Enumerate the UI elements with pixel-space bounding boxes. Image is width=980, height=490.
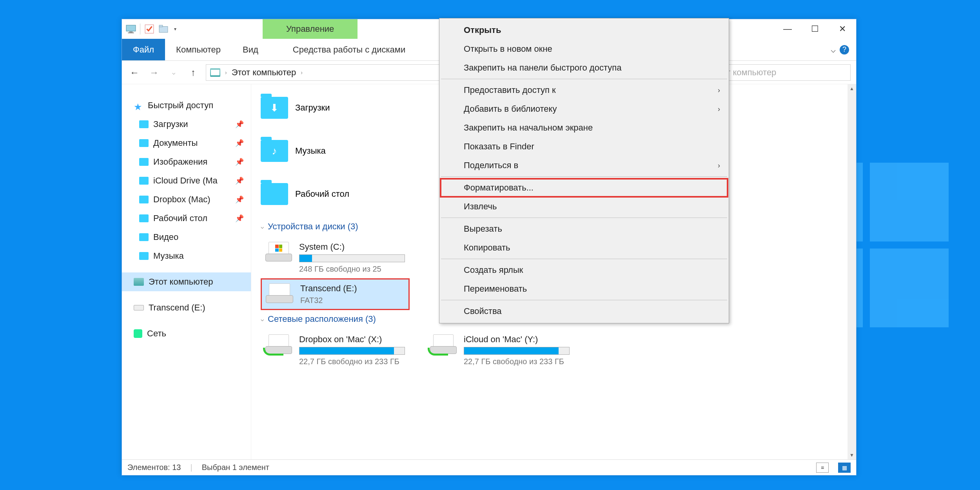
menu-item-label: Переименовать	[464, 284, 527, 294]
minimize-button[interactable]: —	[774, 19, 801, 39]
nav-up-button[interactable]: ↑	[186, 65, 200, 80]
menu-separator	[441, 176, 727, 177]
context-menu-item[interactable]: Создать ярлык	[440, 261, 728, 279]
svg-rect-5	[159, 25, 163, 27]
folder-icon	[139, 177, 149, 185]
sidebar-item[interactable]: Музыка	[122, 247, 251, 265]
breadcrumb-segment[interactable]: Этот компьютер	[232, 67, 296, 78]
sidebar-item[interactable]: Документы 📌	[122, 134, 251, 152]
context-menu-item[interactable]: Переименовать	[440, 279, 728, 298]
svg-rect-0	[126, 25, 136, 31]
maximize-button[interactable]: ☐	[801, 19, 829, 39]
chevron-right-icon: ›	[225, 69, 227, 76]
quick-access-header[interactable]: ★ Быстрый доступ	[122, 96, 251, 115]
vertical-scrollbar[interactable]: ▲ ▼	[848, 84, 856, 459]
ribbon-collapse[interactable]: ⌵ ?	[824, 39, 856, 60]
folder-tile[interactable]: ⬇ Загрузки	[261, 92, 410, 123]
sidebar-label: Музыка	[153, 251, 184, 261]
properties-icon[interactable]	[144, 24, 154, 34]
folder-icon: ♪	[261, 140, 288, 162]
sidebar-label: iCloud Drive (Ma	[153, 176, 218, 186]
menu-item-label: Вырезать	[464, 224, 502, 234]
folder-label: Музыка	[295, 146, 326, 156]
folder-label: Рабочий стол	[295, 189, 349, 199]
folder-tile[interactable]: ♪ Музыка	[261, 135, 410, 167]
context-menu-format[interactable]: Форматировать...	[440, 178, 728, 197]
nav-back-button[interactable]: ←	[127, 65, 142, 80]
scroll-down-arrow[interactable]: ▼	[848, 451, 856, 459]
pin-icon: 📌	[235, 176, 244, 185]
new-folder-icon[interactable]	[158, 24, 169, 34]
network-drive-tile[interactable]: iCloud on 'Mac' (Y:) 22,7 ГБ свободно из…	[425, 330, 574, 371]
folder-icon	[261, 183, 288, 205]
sidebar-item[interactable]: Dropbox (Mac) 📌	[122, 190, 251, 209]
section-label: Устройства и диски (3)	[268, 221, 358, 232]
nav-recent-chevron[interactable]: ⌵	[167, 65, 181, 80]
context-menu-item[interactable]: Предоставить доступ к›	[440, 81, 728, 100]
context-menu-item[interactable]: Добавить в библиотеку›	[440, 100, 728, 118]
drive-subtext: 248 ГБ свободно из 25	[299, 265, 405, 274]
drive-tools-tab[interactable]: Средства работы с дисками	[280, 39, 418, 60]
folder-tile[interactable]: Рабочий стол	[261, 178, 410, 210]
context-menu-item[interactable]: Открыть	[440, 21, 728, 40]
drive-capacity-bar	[299, 254, 405, 262]
context-menu-item[interactable]: Закрепить на начальном экране	[440, 118, 728, 137]
menu-item-label: Закрепить на начальном экране	[464, 123, 593, 133]
context-menu-item[interactable]: Копировать	[440, 238, 728, 257]
context-menu-item[interactable]: Поделиться в›	[440, 156, 728, 175]
status-bar: Элементов: 13 | Выбран 1 элемент ≡ ▦	[122, 459, 856, 475]
sidebar-network[interactable]: Сеть	[122, 324, 251, 343]
star-icon: ★	[134, 102, 143, 109]
sidebar-label: Изображения	[153, 157, 207, 167]
folder-icon	[139, 252, 149, 260]
menu-item-label: Извлечь	[464, 201, 497, 212]
scroll-up-arrow[interactable]: ▲	[848, 84, 856, 93]
network-icon	[134, 329, 142, 338]
context-menu-item[interactable]: Извлечь	[440, 197, 728, 216]
nav-forward-button[interactable]: →	[147, 65, 161, 80]
sidebar-item[interactable]: Рабочий стол 📌	[122, 209, 251, 228]
help-icon[interactable]: ?	[840, 45, 849, 54]
context-menu-item[interactable]: Вырезать	[440, 220, 728, 238]
sidebar-label: Сеть	[147, 328, 166, 339]
quick-access-label: Быстрый доступ	[148, 100, 213, 111]
drive-name: Dropbox on 'Mac' (X:)	[299, 334, 405, 345]
context-menu-item[interactable]: Свойства	[440, 302, 728, 321]
menu-item-label: Создать ярлык	[464, 265, 523, 275]
qat-customize-chevron[interactable]: ▾	[174, 26, 176, 32]
pin-icon: 📌	[235, 120, 244, 129]
view-tab[interactable]: Вид	[232, 39, 269, 60]
menu-item-label: Свойства	[464, 306, 502, 316]
computer-tab[interactable]: Компьютер	[165, 39, 232, 60]
menu-item-label: Открыть	[464, 25, 501, 35]
svg-rect-2	[128, 33, 134, 33]
chevron-right-icon[interactable]: ›	[301, 69, 303, 76]
drive-icon	[134, 305, 144, 310]
menu-item-label: Добавить в библиотеку	[464, 104, 557, 114]
pc-icon	[134, 278, 144, 286]
submenu-arrow-icon: ›	[718, 86, 720, 94]
sidebar-label: Рабочий стол	[153, 213, 207, 223]
sidebar-item[interactable]: iCloud Drive (Ma 📌	[122, 171, 251, 190]
sidebar-item[interactable]: Загрузки 📌	[122, 115, 251, 134]
sidebar-label: Dropbox (Mac)	[153, 194, 210, 205]
sidebar-label: Документы	[153, 138, 198, 148]
file-tab[interactable]: Файл	[122, 39, 165, 60]
sidebar-this-pc[interactable]: Этот компьютер	[122, 272, 251, 291]
tiles-view-button[interactable]: ▦	[838, 463, 851, 473]
details-view-button[interactable]: ≡	[816, 463, 829, 473]
drive-tile-selected[interactable]: Transcend (E:) FAT32	[261, 278, 410, 310]
sidebar-transcend-drive[interactable]: Transcend (E:)	[122, 298, 251, 317]
navigation-pane: ★ Быстрый доступ Загрузки 📌 Документы 📌 …	[122, 84, 251, 459]
context-menu-item[interactable]: Показать в Finder	[440, 137, 728, 156]
pin-icon: 📌	[235, 214, 244, 223]
drive-tile[interactable]: System (C:) 248 ГБ свободно из 25	[261, 237, 410, 278]
network-drive-tile[interactable]: Dropbox on 'Mac' (X:) 22,7 ГБ свободно и…	[261, 330, 410, 371]
folder-icon: ⬇	[261, 97, 288, 119]
sidebar-item[interactable]: Видео	[122, 228, 251, 247]
sidebar-item[interactable]: Изображения 📌	[122, 152, 251, 171]
context-menu-item[interactable]: Закрепить на панели быстрого доступа	[440, 58, 728, 77]
drive-icon	[266, 283, 293, 303]
close-button[interactable]: ✕	[829, 19, 856, 39]
context-menu-item[interactable]: Открыть в новом окне	[440, 40, 728, 58]
